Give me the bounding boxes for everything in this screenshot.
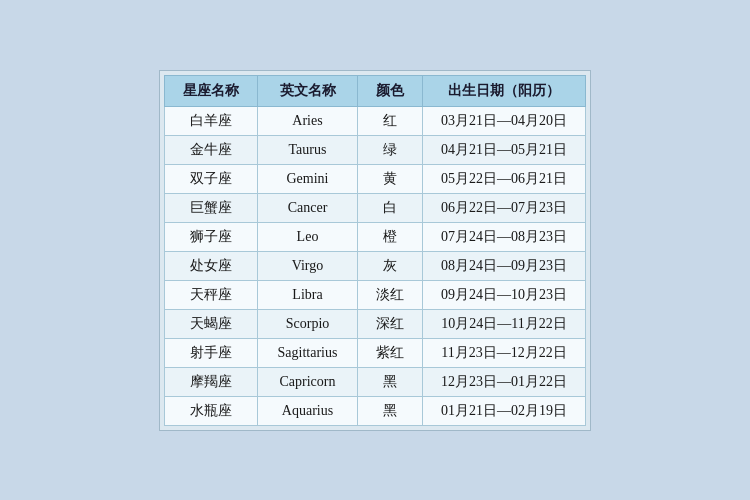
cell-date: 04月21日—05月21日	[423, 135, 586, 164]
cell-zh: 白羊座	[165, 106, 258, 135]
cell-en: Taurus	[258, 135, 358, 164]
cell-date: 09月24日—10月23日	[423, 280, 586, 309]
header-en: 英文名称	[258, 75, 358, 106]
cell-zh: 水瓶座	[165, 396, 258, 425]
cell-zh: 天秤座	[165, 280, 258, 309]
cell-date: 06月22日—07月23日	[423, 193, 586, 222]
cell-zh: 摩羯座	[165, 367, 258, 396]
cell-date: 03月21日—04月20日	[423, 106, 586, 135]
table-row: 天蝎座Scorpio深红10月24日—11月22日	[165, 309, 586, 338]
table-row: 狮子座Leo橙07月24日—08月23日	[165, 222, 586, 251]
header-color: 颜色	[358, 75, 423, 106]
cell-en: Capricorn	[258, 367, 358, 396]
cell-color: 深红	[358, 309, 423, 338]
zodiac-table-container: 星座名称 英文名称 颜色 出生日期（阳历） 白羊座Aries红03月21日—04…	[159, 70, 591, 431]
cell-en: Sagittarius	[258, 338, 358, 367]
cell-en: Aries	[258, 106, 358, 135]
table-row: 白羊座Aries红03月21日—04月20日	[165, 106, 586, 135]
cell-color: 紫红	[358, 338, 423, 367]
cell-zh: 金牛座	[165, 135, 258, 164]
cell-en: Scorpio	[258, 309, 358, 338]
header-date: 出生日期（阳历）	[423, 75, 586, 106]
cell-en: Gemini	[258, 164, 358, 193]
cell-color: 淡红	[358, 280, 423, 309]
cell-color: 黄	[358, 164, 423, 193]
cell-color: 黑	[358, 367, 423, 396]
cell-date: 07月24日—08月23日	[423, 222, 586, 251]
cell-date: 08月24日—09月23日	[423, 251, 586, 280]
cell-color: 黑	[358, 396, 423, 425]
zodiac-table: 星座名称 英文名称 颜色 出生日期（阳历） 白羊座Aries红03月21日—04…	[164, 75, 586, 426]
cell-date: 05月22日—06月21日	[423, 164, 586, 193]
cell-en: Cancer	[258, 193, 358, 222]
table-row: 射手座Sagittarius紫红11月23日—12月22日	[165, 338, 586, 367]
cell-date: 12月23日—01月22日	[423, 367, 586, 396]
cell-zh: 射手座	[165, 338, 258, 367]
table-row: 巨蟹座Cancer白06月22日—07月23日	[165, 193, 586, 222]
cell-color: 红	[358, 106, 423, 135]
cell-color: 白	[358, 193, 423, 222]
cell-zh: 双子座	[165, 164, 258, 193]
table-row: 双子座Gemini黄05月22日—06月21日	[165, 164, 586, 193]
table-header-row: 星座名称 英文名称 颜色 出生日期（阳历）	[165, 75, 586, 106]
cell-en: Libra	[258, 280, 358, 309]
cell-en: Leo	[258, 222, 358, 251]
cell-date: 01月21日—02月19日	[423, 396, 586, 425]
cell-color: 绿	[358, 135, 423, 164]
table-row: 处女座Virgo灰08月24日—09月23日	[165, 251, 586, 280]
table-row: 水瓶座Aquarius黑01月21日—02月19日	[165, 396, 586, 425]
cell-color: 灰	[358, 251, 423, 280]
table-row: 天秤座Libra淡红09月24日—10月23日	[165, 280, 586, 309]
cell-zh: 天蝎座	[165, 309, 258, 338]
header-zh: 星座名称	[165, 75, 258, 106]
cell-en: Aquarius	[258, 396, 358, 425]
cell-en: Virgo	[258, 251, 358, 280]
cell-date: 11月23日—12月22日	[423, 338, 586, 367]
cell-zh: 处女座	[165, 251, 258, 280]
cell-zh: 狮子座	[165, 222, 258, 251]
table-row: 金牛座Taurus绿04月21日—05月21日	[165, 135, 586, 164]
table-row: 摩羯座Capricorn黑12月23日—01月22日	[165, 367, 586, 396]
cell-date: 10月24日—11月22日	[423, 309, 586, 338]
cell-zh: 巨蟹座	[165, 193, 258, 222]
cell-color: 橙	[358, 222, 423, 251]
